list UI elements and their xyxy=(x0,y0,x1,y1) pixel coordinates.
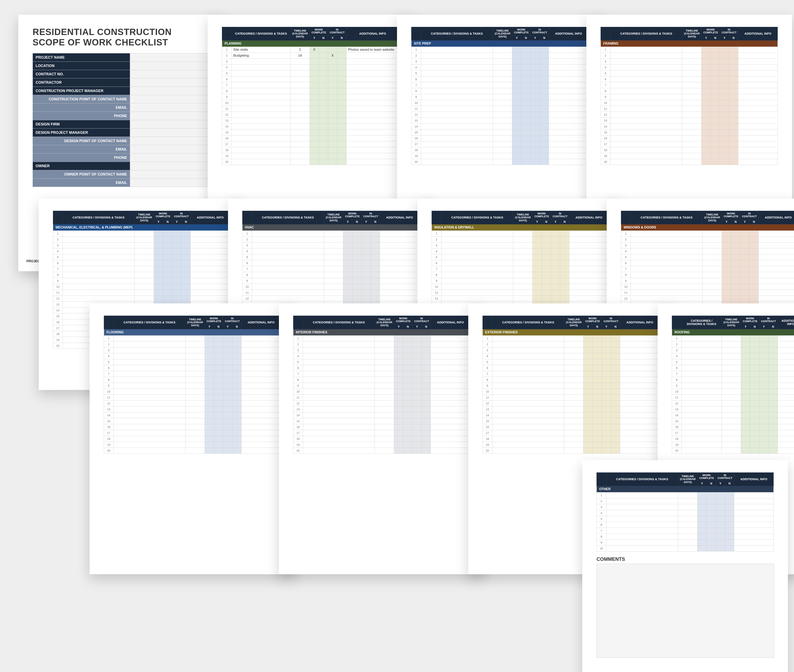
ic-n[interactable] xyxy=(540,159,549,165)
wc-n[interactable] xyxy=(731,284,740,290)
wc-n[interactable] xyxy=(593,341,602,347)
info-cell[interactable] xyxy=(759,296,794,301)
info-cell[interactable] xyxy=(620,341,660,347)
ic-y[interactable] xyxy=(759,341,768,347)
wc-n[interactable] xyxy=(711,141,720,147)
wc-y[interactable] xyxy=(722,248,731,254)
ic-y[interactable] xyxy=(551,278,560,284)
task-cell[interactable] xyxy=(113,353,185,359)
info-cell[interactable] xyxy=(549,159,588,165)
info-cell[interactable] xyxy=(346,129,399,135)
timeline-cell[interactable] xyxy=(682,141,701,147)
ic-y[interactable] xyxy=(328,88,337,94)
task-cell[interactable] xyxy=(682,424,722,430)
wc-n[interactable] xyxy=(542,230,551,237)
task-cell[interactable] xyxy=(303,335,375,341)
wc-y[interactable] xyxy=(533,284,542,290)
info-cell[interactable] xyxy=(569,254,609,260)
ic-n[interactable] xyxy=(232,394,241,400)
wc-y[interactable] xyxy=(583,424,593,430)
info-cell[interactable] xyxy=(620,394,660,400)
wc-n[interactable] xyxy=(542,290,551,296)
task-cell[interactable] xyxy=(421,94,493,100)
ic-n[interactable] xyxy=(337,82,346,88)
timeline-cell[interactable] xyxy=(290,129,310,135)
ic-y[interactable] xyxy=(412,382,422,389)
timeline-cell[interactable] xyxy=(513,242,533,248)
info-cell[interactable] xyxy=(759,237,794,242)
info-cell[interactable] xyxy=(778,377,794,382)
wc-n[interactable] xyxy=(707,522,716,528)
wc-y[interactable] xyxy=(394,448,403,453)
wc-y[interactable] xyxy=(533,237,542,242)
task-cell[interactable] xyxy=(252,237,324,242)
timeline-cell[interactable] xyxy=(678,534,698,539)
info-cell[interactable] xyxy=(569,260,609,266)
ic-y[interactable] xyxy=(361,266,371,272)
wc-n[interactable] xyxy=(542,248,551,254)
ic-y[interactable] xyxy=(328,135,337,141)
ic-y[interactable] xyxy=(412,377,422,382)
timeline-cell[interactable] xyxy=(513,230,533,237)
timeline-cell[interactable] xyxy=(682,147,701,153)
ic-y[interactable] xyxy=(720,100,729,106)
wc-n[interactable] xyxy=(521,153,530,159)
wc-y[interactable] xyxy=(154,260,163,266)
ic-n[interactable] xyxy=(232,382,241,389)
info-cell[interactable] xyxy=(620,448,660,453)
task-cell[interactable] xyxy=(682,442,722,448)
ic-n[interactable] xyxy=(337,117,346,123)
wc-n[interactable] xyxy=(750,436,759,442)
timeline-cell[interactable] xyxy=(134,272,154,278)
wc-n[interactable] xyxy=(403,353,412,359)
task-cell[interactable] xyxy=(606,498,678,504)
wc-y[interactable] xyxy=(205,365,214,371)
ic-y[interactable] xyxy=(412,335,422,341)
wc-n[interactable] xyxy=(593,448,602,453)
timeline-cell[interactable] xyxy=(722,389,741,394)
ic-y[interactable] xyxy=(740,242,749,248)
task-cell[interactable] xyxy=(421,123,493,129)
ic-y[interactable] xyxy=(328,76,337,82)
timeline-cell[interactable] xyxy=(564,412,583,418)
ic-n[interactable] xyxy=(768,353,778,359)
wc-n[interactable] xyxy=(403,359,412,365)
ic-n[interactable] xyxy=(371,242,380,248)
ic-n[interactable] xyxy=(749,242,759,248)
ic-y[interactable] xyxy=(759,406,768,412)
ic-y[interactable] xyxy=(172,242,181,248)
wc-n[interactable] xyxy=(163,290,172,296)
info-cell[interactable] xyxy=(569,278,609,284)
timeline-cell[interactable] xyxy=(722,412,741,418)
ic-y[interactable] xyxy=(223,394,232,400)
timeline-cell[interactable] xyxy=(703,266,722,272)
task-cell[interactable] xyxy=(421,58,493,64)
ic-n[interactable] xyxy=(725,516,734,522)
ic-n[interactable] xyxy=(611,436,620,442)
info-cell[interactable] xyxy=(759,260,794,266)
ic-n[interactable] xyxy=(371,290,380,296)
timeline-cell[interactable] xyxy=(513,272,533,278)
wc-n[interactable] xyxy=(403,389,412,394)
ic-y[interactable] xyxy=(740,284,749,290)
info-cell[interactable] xyxy=(346,106,399,112)
timeline-cell[interactable] xyxy=(703,242,722,248)
ic-n[interactable] xyxy=(729,123,738,129)
ic-n[interactable] xyxy=(422,335,431,341)
ic-y[interactable] xyxy=(602,412,611,418)
wc-n[interactable] xyxy=(707,546,716,551)
ic-n[interactable] xyxy=(560,272,569,278)
ic-y[interactable] xyxy=(223,382,232,389)
ic-y[interactable] xyxy=(551,290,560,296)
info-cell[interactable] xyxy=(549,82,588,88)
wc-n[interactable] xyxy=(593,424,602,430)
ic-n[interactable] xyxy=(422,377,431,382)
ic-n[interactable] xyxy=(181,248,190,254)
info-cell[interactable] xyxy=(759,278,794,284)
timeline-cell[interactable] xyxy=(185,359,205,365)
task-cell[interactable] xyxy=(252,296,324,301)
ic-y[interactable] xyxy=(759,448,768,453)
timeline-cell[interactable] xyxy=(324,266,343,272)
info-cell[interactable] xyxy=(431,389,470,394)
wc-y[interactable] xyxy=(583,418,593,424)
